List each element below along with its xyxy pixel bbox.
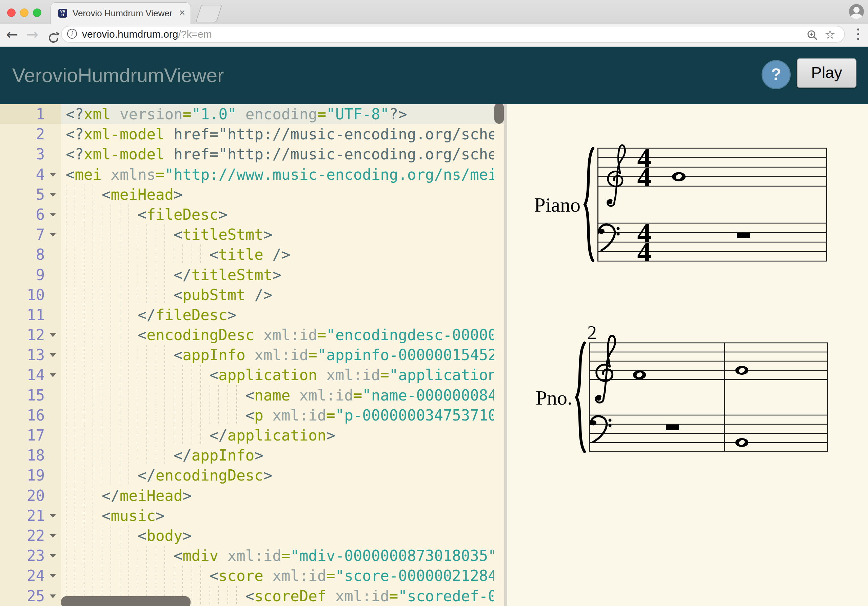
code-line[interactable]: 18</appInfo>: [0, 445, 507, 465]
code-text[interactable]: <fileDesc>: [61, 205, 494, 225]
reload-icon[interactable]: [47, 29, 60, 41]
fold-toggle-icon[interactable]: [50, 193, 56, 197]
rest-m1-bass[interactable]: [737, 233, 750, 238]
back-icon[interactable]: ←: [6, 24, 18, 47]
horizontal-scrollbar-thumb[interactable]: [61, 596, 191, 606]
fold-toggle-icon[interactable]: [50, 374, 56, 377]
page-info-icon[interactable]: i: [67, 29, 77, 39]
gutter-cell[interactable]: 4: [0, 164, 61, 184]
fold-toggle-icon[interactable]: [50, 213, 56, 217]
play-button[interactable]: Play: [797, 58, 857, 88]
fold-toggle-icon[interactable]: [50, 514, 56, 518]
browser-tab[interactable]: VVH Verovio Humdrum Viewer ×: [51, 3, 191, 24]
tab-close-icon[interactable]: ×: [179, 3, 185, 24]
code-text[interactable]: <name xml:id="name-0000000844087484">: [61, 385, 494, 405]
gutter-cell[interactable]: 21: [0, 505, 61, 525]
code-text[interactable]: <?xml-model href="http://music-encoding.…: [61, 124, 494, 144]
code-line[interactable]: 7<titleStmt>: [0, 225, 507, 245]
code-text[interactable]: <body>: [61, 525, 494, 546]
gutter-cell[interactable]: 19: [0, 465, 61, 485]
code-text[interactable]: </application>: [61, 425, 494, 445]
code-line[interactable]: 15<name xml:id="name-0000000844087484">: [0, 385, 507, 405]
fold-toggle-icon[interactable]: [50, 353, 56, 357]
code-line[interactable]: 22<body>: [0, 525, 507, 546]
code-line[interactable]: 4<mei xmlns="http://www.music-encoding.o…: [0, 164, 507, 184]
gutter-cell[interactable]: 25: [0, 586, 61, 606]
code-line[interactable]: 17</application>: [0, 425, 507, 445]
code-text[interactable]: <mei xmlns="http://www.music-encoding.or…: [61, 164, 494, 184]
gutter-cell[interactable]: 22: [0, 525, 61, 546]
gutter-cell[interactable]: 10: [0, 285, 61, 305]
code-text[interactable]: <p xml:id="p-000000034753710684">: [61, 405, 494, 425]
note-m3-bass[interactable]: [735, 438, 748, 447]
forward-icon[interactable]: →: [26, 24, 38, 47]
code-text[interactable]: </fileDesc>: [61, 305, 494, 325]
code-line[interactable]: 21<music>: [0, 505, 507, 525]
mei-code-editor[interactable]: 1<?xml version="1.0" encoding="UTF-8"?>2…: [0, 104, 507, 606]
code-text[interactable]: <pubStmt />: [61, 285, 494, 305]
fold-toggle-icon[interactable]: [50, 333, 56, 337]
code-text[interactable]: <music>: [61, 505, 494, 525]
code-line[interactable]: 19</encodingDesc>: [0, 465, 507, 485]
gutter-cell[interactable]: 12: [0, 325, 61, 345]
gutter-cell[interactable]: 23: [0, 546, 61, 566]
gutter-cell[interactable]: 5: [0, 184, 61, 205]
code-text[interactable]: </appInfo>: [61, 445, 494, 465]
code-text[interactable]: <?xml-model href="http://music-encoding.…: [61, 144, 494, 164]
gutter-cell[interactable]: 18: [0, 445, 61, 465]
gutter-cell[interactable]: 2: [0, 124, 61, 144]
gutter-cell[interactable]: 1: [0, 104, 61, 124]
code-text[interactable]: <score xml:id="score-0000002128402088">: [61, 566, 494, 586]
code-line[interactable]: 13<appInfo xml:id="appinfo-0000001545243…: [0, 345, 507, 365]
fold-toggle-icon[interactable]: [50, 574, 56, 578]
fold-toggle-icon[interactable]: [50, 534, 56, 538]
note-m1-treble[interactable]: [672, 172, 685, 181]
gutter-cell[interactable]: 11: [0, 305, 61, 325]
gutter-cell[interactable]: 13: [0, 345, 61, 365]
gutter-cell[interactable]: 14: [0, 365, 61, 385]
traffic-light-close[interactable]: [7, 8, 16, 17]
code-text[interactable]: <meiHead>: [61, 184, 494, 205]
zoom-page-icon[interactable]: [806, 29, 818, 43]
new-tab-button[interactable]: [195, 5, 222, 22]
note-m2-treble[interactable]: [633, 370, 646, 380]
gutter-cell[interactable]: 15: [0, 385, 61, 405]
code-line[interactable]: 9</titleStmt>: [0, 265, 507, 285]
gutter-cell[interactable]: 9: [0, 265, 61, 285]
profile-avatar-icon[interactable]: [849, 4, 864, 19]
code-line[interactable]: 10<pubStmt />: [0, 285, 507, 305]
bookmark-star-icon[interactable]: ☆: [825, 26, 835, 42]
code-text[interactable]: <application xml:id="application-0000000…: [61, 365, 494, 385]
code-text[interactable]: <titleStmt>: [61, 225, 494, 245]
note-m3-treble[interactable]: [735, 366, 748, 375]
gutter-cell[interactable]: 3: [0, 144, 61, 164]
url-bar[interactable]: i verovio.humdrum.org/?k=em ☆: [61, 26, 845, 43]
code-text[interactable]: </encodingDesc>: [61, 465, 494, 485]
traffic-light-zoom[interactable]: [33, 8, 41, 17]
code-line[interactable]: 24<score xml:id="score-0000002128402088"…: [0, 566, 507, 586]
code-text[interactable]: <encodingDesc xml:id="encodingdesc-00000…: [61, 325, 494, 345]
code-text[interactable]: </titleStmt>: [61, 265, 494, 285]
fold-toggle-icon[interactable]: [50, 554, 56, 558]
code-line[interactable]: 2<?xml-model href="http://music-encoding…: [0, 124, 507, 144]
fold-toggle-icon[interactable]: [50, 233, 56, 237]
code-text[interactable]: </meiHead>: [61, 486, 494, 505]
gutter-cell[interactable]: 6: [0, 205, 61, 225]
code-line[interactable]: 20</meiHead>: [0, 486, 507, 505]
code-line[interactable]: 6<fileDesc>: [0, 205, 507, 225]
code-line[interactable]: 16<p xml:id="p-000000034753710684">: [0, 405, 507, 425]
gutter-cell[interactable]: 24: [0, 566, 61, 586]
code-line[interactable]: 11</fileDesc>: [0, 305, 507, 325]
gutter-cell[interactable]: 8: [0, 245, 61, 265]
code-text[interactable]: <appInfo xml:id="appinfo-000000154524355…: [61, 345, 494, 365]
code-text[interactable]: <mdiv xml:id="mdiv-0000000873018035">: [61, 546, 494, 566]
gutter-cell[interactable]: 20: [0, 486, 61, 505]
pane-divider[interactable]: [504, 104, 507, 606]
code-text[interactable]: <?xml version="1.0" encoding="UTF-8"?>: [61, 104, 507, 124]
code-line[interactable]: 1<?xml version="1.0" encoding="UTF-8"?>: [0, 104, 507, 124]
fold-toggle-icon[interactable]: [50, 595, 56, 598]
code-line[interactable]: 12<encodingDesc xml:id="encodingdesc-000…: [0, 325, 507, 345]
browser-menu-icon[interactable]: [857, 28, 859, 42]
code-line[interactable]: 23<mdiv xml:id="mdiv-0000000873018035">: [0, 546, 507, 566]
code-line[interactable]: 14<application xml:id="application-00000…: [0, 365, 507, 385]
